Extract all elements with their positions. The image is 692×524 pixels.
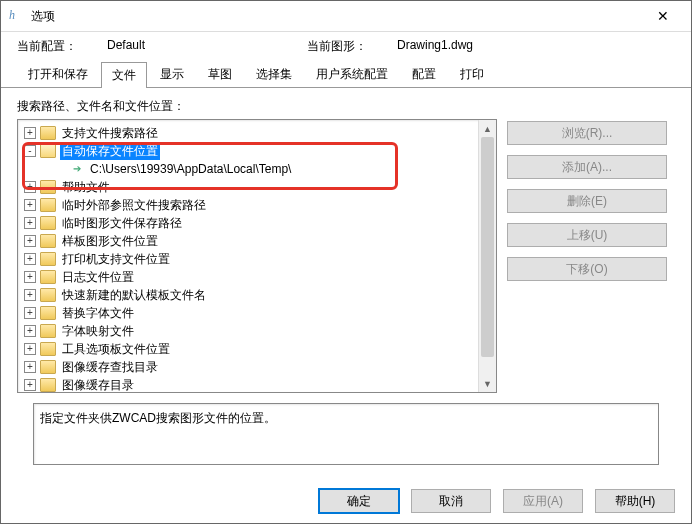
tree-node-12[interactable]: +工具选项板文件位置 <box>18 340 496 358</box>
folder-icon <box>40 270 56 284</box>
folder-icon <box>40 306 56 320</box>
tree-node-label: 打印机支持文件位置 <box>60 250 172 268</box>
tree-node-9[interactable]: +快速新建的默认模板文件名 <box>18 286 496 304</box>
remove-button[interactable]: 删除(E) <box>507 189 667 213</box>
tree-node-label: 替换字体文件 <box>60 304 136 322</box>
collapse-icon[interactable]: - <box>24 145 36 157</box>
tree-node-label: C:\Users\19939\AppData\Local\Temp\ <box>88 160 293 178</box>
browse-button[interactable]: 浏览(R)... <box>507 121 667 145</box>
tree-node-7[interactable]: +打印机支持文件位置 <box>18 250 496 268</box>
tree-node-label: 样板图形文件位置 <box>60 232 160 250</box>
expand-icon[interactable]: + <box>24 379 36 391</box>
section-label: 搜索路径、文件名和文件位置： <box>17 98 675 115</box>
tree-node-label: 临时外部参照文件搜索路径 <box>60 196 208 214</box>
expand-icon[interactable]: + <box>24 325 36 337</box>
expand-icon[interactable]: + <box>24 181 36 193</box>
move-down-button[interactable]: 下移(O) <box>507 257 667 281</box>
tree-node-13[interactable]: +图像缓存查找目录 <box>18 358 496 376</box>
expand-icon[interactable]: + <box>24 235 36 247</box>
scrollbar-vertical[interactable]: ▲ ▼ <box>478 120 496 392</box>
tab-7[interactable]: 打印 <box>449 61 495 87</box>
tree-node-label: 图像缓存查找目录 <box>60 358 160 376</box>
move-up-button[interactable]: 上移(U) <box>507 223 667 247</box>
tree-node-10[interactable]: +替换字体文件 <box>18 304 496 322</box>
content-area: 搜索路径、文件名和文件位置： +支持文件搜索路径-自动保存文件位置➔C:\Use… <box>1 88 691 475</box>
tree-node-label: 临时图形文件保存路径 <box>60 214 184 232</box>
tab-0[interactable]: 打开和保存 <box>17 61 99 87</box>
tab-5[interactable]: 用户系统配置 <box>305 61 399 87</box>
tree-node-3[interactable]: +帮助文件 <box>18 178 496 196</box>
folder-icon <box>40 342 56 356</box>
drawing-label: 当前图形： <box>307 38 397 55</box>
folder-icon <box>40 216 56 230</box>
tree-node-label: 快速新建的默认模板文件名 <box>60 286 208 304</box>
folder-icon <box>40 198 56 212</box>
tree-node-0[interactable]: +支持文件搜索路径 <box>18 124 496 142</box>
expand-icon[interactable]: + <box>24 127 36 139</box>
description-text: 指定文件夹供ZWCAD搜索图形文件的位置。 <box>40 411 276 425</box>
tree-node-label: 图像缓存目录 <box>60 376 136 393</box>
config-value: Default <box>107 38 307 55</box>
expand-icon[interactable]: + <box>24 343 36 355</box>
folder-icon <box>40 360 56 374</box>
tree-node-4[interactable]: +临时外部参照文件搜索路径 <box>18 196 496 214</box>
expand-icon[interactable]: + <box>24 307 36 319</box>
folder-icon <box>40 180 56 194</box>
apply-button[interactable]: 应用(A) <box>503 489 583 513</box>
scroll-up-icon[interactable]: ▲ <box>479 120 496 137</box>
help-button[interactable]: 帮助(H) <box>595 489 675 513</box>
expand-icon[interactable]: + <box>24 289 36 301</box>
cancel-button[interactable]: 取消 <box>411 489 491 513</box>
description-box: 指定文件夹供ZWCAD搜索图形文件的位置。 <box>33 403 659 465</box>
folder-icon <box>40 144 56 158</box>
tree-node-5[interactable]: +临时图形文件保存路径 <box>18 214 496 232</box>
tree-node-6[interactable]: +样板图形文件位置 <box>18 232 496 250</box>
tree-node-label: 支持文件搜索路径 <box>60 124 160 142</box>
config-label: 当前配置： <box>17 38 107 55</box>
scroll-down-icon[interactable]: ▼ <box>479 375 496 392</box>
tab-1[interactable]: 文件 <box>101 62 147 88</box>
window-title: 选项 <box>31 8 643 25</box>
expand-icon[interactable]: + <box>24 361 36 373</box>
folder-icon <box>40 234 56 248</box>
drawing-value: Drawing1.dwg <box>397 38 597 55</box>
expand-icon[interactable]: + <box>24 217 36 229</box>
tree-node-label: 日志文件位置 <box>60 268 136 286</box>
tree-node-2[interactable]: ➔C:\Users\19939\AppData\Local\Temp\ <box>18 160 496 178</box>
tree-node-label: 帮助文件 <box>60 178 112 196</box>
info-row: 当前配置： Default 当前图形： Drawing1.dwg <box>1 32 691 61</box>
tree-node-label: 自动保存文件位置 <box>60 142 160 160</box>
expand-icon[interactable]: + <box>24 253 36 265</box>
arrow-icon: ➔ <box>70 163 84 175</box>
tab-4[interactable]: 选择集 <box>245 61 303 87</box>
tree-node-label: 工具选项板文件位置 <box>60 340 172 358</box>
options-window: h 选项 ✕ 当前配置： Default 当前图形： Drawing1.dwg … <box>0 0 692 524</box>
close-icon: ✕ <box>657 8 669 24</box>
folder-icon <box>40 252 56 266</box>
folder-icon <box>40 324 56 338</box>
folder-icon <box>40 288 56 302</box>
tree-node-label: 字体映射文件 <box>60 322 136 340</box>
add-button[interactable]: 添加(A)... <box>507 155 667 179</box>
tab-3[interactable]: 草图 <box>197 61 243 87</box>
tree-node-11[interactable]: +字体映射文件 <box>18 322 496 340</box>
scroll-thumb[interactable] <box>481 137 494 357</box>
close-button[interactable]: ✕ <box>643 1 683 31</box>
expand-icon[interactable]: + <box>24 271 36 283</box>
tree-node-14[interactable]: +图像缓存目录 <box>18 376 496 393</box>
tree-node-1[interactable]: -自动保存文件位置 <box>18 142 496 160</box>
tree-connector <box>54 163 66 175</box>
ok-button[interactable]: 确定 <box>319 489 399 513</box>
button-bar: 确定 取消 应用(A) 帮助(H) <box>319 489 675 513</box>
tab-2[interactable]: 显示 <box>149 61 195 87</box>
tree-node-8[interactable]: +日志文件位置 <box>18 268 496 286</box>
scroll-track[interactable] <box>479 137 496 375</box>
tree-view[interactable]: +支持文件搜索路径-自动保存文件位置➔C:\Users\19939\AppDat… <box>17 119 497 393</box>
tab-bar: 打开和保存文件显示草图选择集用户系统配置配置打印 <box>1 61 691 88</box>
tab-6[interactable]: 配置 <box>401 61 447 87</box>
folder-icon <box>40 378 56 392</box>
titlebar: h 选项 ✕ <box>1 1 691 32</box>
tree-container: +支持文件搜索路径-自动保存文件位置➔C:\Users\19939\AppDat… <box>17 119 675 393</box>
app-icon: h <box>9 8 25 24</box>
expand-icon[interactable]: + <box>24 199 36 211</box>
